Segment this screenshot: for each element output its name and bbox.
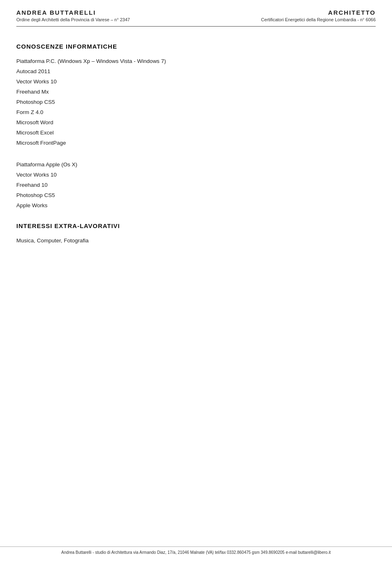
apple-item-0: Vector Works 10 xyxy=(16,170,376,180)
pc-item-6: Microsoft Excel xyxy=(16,128,376,138)
interessi-text: Musica, Computer, Fotografia xyxy=(16,236,376,246)
apple-item-3: Apple Works xyxy=(16,201,376,211)
profession-subtitle: Certificatori Energetici della Regione L… xyxy=(261,17,376,22)
footer-text: Andrea Buttarelli - studio di Architettu… xyxy=(61,550,331,555)
header-left: ANDREA BUTTARELLI Ordine degli Architett… xyxy=(16,9,130,22)
platform-apple-block: Piattaforma Apple (Os X) Vector Works 10… xyxy=(16,160,376,211)
platform-pc-label: Piattaforma P.C. (Windows Xp – Windows V… xyxy=(16,56,376,67)
section-interessi: INTERESSI EXTRA-LAVORATIVI Musica, Compu… xyxy=(16,222,376,246)
author-name: ANDREA BUTTARELLI xyxy=(16,9,130,16)
pc-item-0: Autocad 2011 xyxy=(16,67,376,77)
apple-item-2: Photoshop CS5 xyxy=(16,190,376,201)
platform-apple-label: Piattaforma Apple (Os X) xyxy=(16,160,376,170)
main-content: CONOSCENZE INFORMATICHE Piattaforma P.C.… xyxy=(16,27,376,246)
header-right: ARCHITETTO Certificatori Energetici dell… xyxy=(261,9,376,22)
pc-item-5: Microsoft Word xyxy=(16,118,376,128)
pc-item-2: Freehand Mx xyxy=(16,87,376,97)
profession-title: ARCHITETTO xyxy=(261,9,376,16)
footer: Andrea Buttarelli - studio di Architettu… xyxy=(0,546,392,555)
pc-item-1: Vector Works 10 xyxy=(16,77,376,87)
apple-item-1: Freehand 10 xyxy=(16,180,376,190)
header: ANDREA BUTTARELLI Ordine degli Architett… xyxy=(16,0,376,27)
section-interessi-title: INTERESSI EXTRA-LAVORATIVI xyxy=(16,222,376,229)
section-informatiche: CONOSCENZE INFORMATICHE Piattaforma P.C.… xyxy=(16,43,376,211)
page: ANDREA BUTTARELLI Ordine degli Architett… xyxy=(0,0,392,562)
pc-item-4: Form Z 4.0 xyxy=(16,107,376,118)
section-informatiche-title: CONOSCENZE INFORMATICHE xyxy=(16,43,376,50)
section-interessi-body: Musica, Computer, Fotografia xyxy=(16,236,376,246)
platform-pc-block: Piattaforma P.C. (Windows Xp – Windows V… xyxy=(16,56,376,148)
pc-item-3: Photoshop CS5 xyxy=(16,97,376,107)
pc-item-7: Microsoft FrontPage xyxy=(16,138,376,148)
author-subtitle: Ordine degli Architetti della Provincia … xyxy=(16,17,130,22)
